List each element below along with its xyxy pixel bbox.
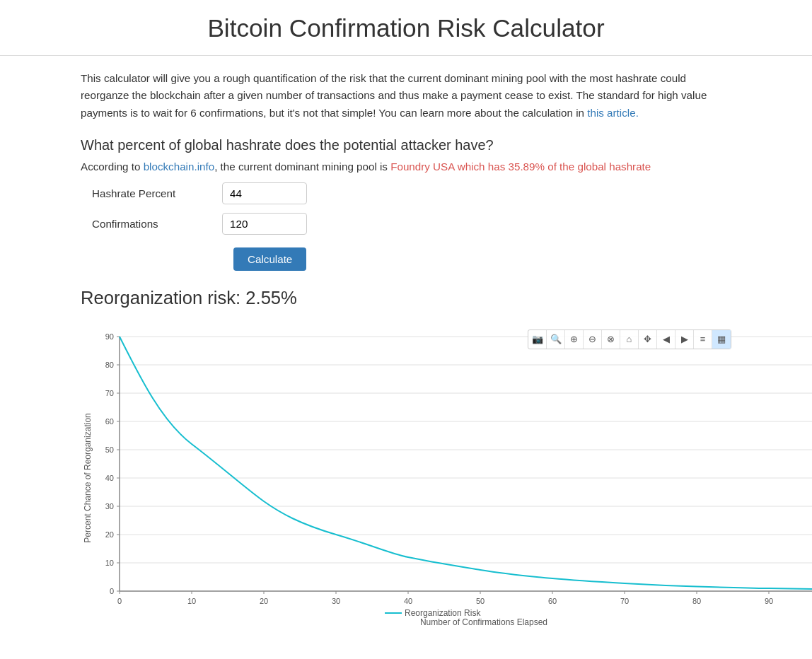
hashrate-question: What percent of global hashrate does the… — [81, 137, 731, 153]
calculate-group: Calculate — [81, 243, 731, 271]
toolbar-compare-button[interactable]: ≡ — [694, 330, 712, 349]
this-article-link[interactable]: this article. — [587, 107, 639, 119]
svg-text:80: 80 — [692, 597, 701, 605]
reorganization-result: Reorganization risk: 2.55% — [81, 288, 731, 308]
y-axis-label: Percent Chance of Reorganization — [83, 413, 93, 542]
svg-text:10: 10 — [187, 597, 196, 605]
confirmations-group: Confirmations — [81, 213, 731, 235]
hashrate-label: Hashrate Percent — [81, 187, 222, 199]
chart-container: 📷 🔍 ⊕ ⊖ ⊗ ⌂ ✥ ◀ ▶ ≡ ▦ Percent Chance of … — [81, 330, 731, 626]
calculate-button[interactable]: Calculate — [233, 247, 306, 271]
toolbar-autoscale-button[interactable]: ⊗ — [602, 330, 620, 349]
svg-text:80: 80 — [105, 361, 114, 369]
svg-text:30: 30 — [332, 597, 340, 605]
toolbar-toggle-button[interactable]: ▦ — [712, 330, 731, 349]
legend-label: Reorganization Risk — [405, 608, 481, 618]
svg-text:40: 40 — [105, 474, 114, 482]
toolbar-zoom-out-button[interactable]: ⊖ — [584, 330, 602, 349]
toolbar-home-button[interactable]: ⌂ — [620, 330, 639, 349]
hashrate-group: Hashrate Percent — [81, 182, 731, 204]
svg-text:10: 10 — [105, 559, 114, 567]
attacker-info: According to blockchain.info, the curren… — [81, 161, 731, 173]
svg-text:20: 20 — [260, 597, 268, 605]
page-title: Bitcoin Confirmation Risk Calculator — [0, 0, 812, 56]
svg-text:40: 40 — [404, 597, 412, 605]
svg-text:30: 30 — [105, 502, 114, 511]
toolbar-zoom-button[interactable]: 🔍 — [547, 330, 565, 349]
calculator-form: Hashrate Percent Confirmations Calculate — [81, 182, 731, 271]
svg-text:50: 50 — [476, 597, 485, 605]
chart-legend: Reorganization Risk — [385, 608, 481, 618]
svg-text:60: 60 — [105, 417, 114, 426]
svg-text:0: 0 — [117, 597, 122, 605]
svg-text:20: 20 — [105, 530, 114, 539]
svg-text:0: 0 — [110, 587, 114, 595]
description-text: This calculator will give you a rough qu… — [81, 70, 731, 122]
risk-chart: Percent Chance of Reorganization — [81, 330, 812, 626]
hashrate-input[interactable] — [222, 182, 307, 204]
confirmations-input[interactable] — [222, 213, 307, 235]
svg-text:90: 90 — [765, 597, 773, 605]
toolbar-spike-button[interactable]: ✥ — [639, 330, 657, 349]
svg-text:70: 70 — [105, 389, 114, 397]
toolbar-pan-right-button[interactable]: ▶ — [675, 330, 694, 349]
risk-curve — [120, 337, 812, 590]
svg-text:50: 50 — [105, 445, 114, 454]
chart-toolbar: 📷 🔍 ⊕ ⊖ ⊗ ⌂ ✥ ◀ ▶ ≡ ▦ — [528, 330, 731, 349]
blockchain-info-link[interactable]: blockchain.info — [144, 161, 214, 173]
toolbar-pan-left-button[interactable]: ◀ — [657, 330, 675, 349]
confirmations-label: Confirmations — [81, 218, 222, 230]
svg-text:90: 90 — [105, 332, 114, 341]
toolbar-camera-button[interactable]: 📷 — [528, 330, 547, 349]
dominant-pool-text: Foundry USA which has 35.89% of the glob… — [390, 161, 651, 173]
svg-text:70: 70 — [620, 597, 629, 605]
svg-text:60: 60 — [548, 597, 557, 605]
toolbar-zoom-in-button[interactable]: ⊕ — [565, 330, 584, 349]
x-axis-label: Number of Confirmations Elapsed — [420, 617, 547, 626]
